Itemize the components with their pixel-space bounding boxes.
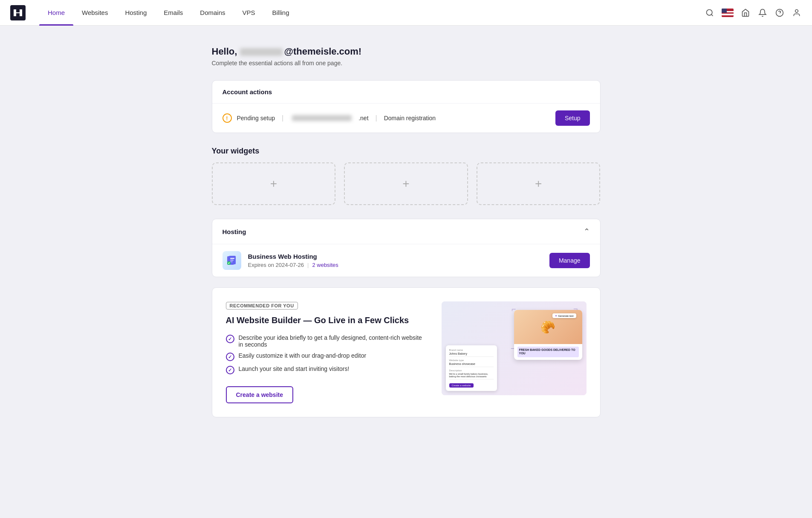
greeting-email-blurred bbox=[240, 48, 283, 56]
navbar: Home Websites Hosting Emails Domains VPS… bbox=[0, 0, 812, 26]
store-icon[interactable] bbox=[740, 8, 751, 18]
pending-type: Domain registration bbox=[384, 115, 436, 122]
widget-placeholder-2[interactable]: + bbox=[344, 162, 468, 205]
preview-website-card: ✦ Generate text 🥐 FRESH BAKED GOODS DELI… bbox=[514, 310, 582, 360]
nav-item-domains[interactable]: Domains bbox=[191, 0, 234, 26]
widget-placeholder-1[interactable]: + bbox=[212, 162, 336, 205]
hosting-info: Business Web Hosting Expires on 2024-07-… bbox=[248, 253, 543, 268]
create-website-button[interactable]: Create a website bbox=[226, 386, 294, 403]
svg-point-1 bbox=[707, 9, 712, 15]
hosting-header[interactable]: Hosting ⌃ bbox=[212, 219, 600, 244]
form-type-label: Website type bbox=[449, 359, 494, 362]
form-brand-value: Johns Bakery bbox=[449, 352, 494, 357]
hosting-meta: Expires on 2024-07-26 | 2 websites bbox=[248, 262, 543, 268]
check-icon-2 bbox=[226, 353, 234, 361]
preview-generate-btn: ✦ Generate text bbox=[552, 313, 576, 318]
user-icon[interactable] bbox=[792, 8, 802, 18]
pending-row-right: Setup bbox=[555, 110, 590, 126]
hosting-service-name: Business Web Hosting bbox=[248, 253, 543, 260]
nav-items: Home Websites Hosting Emails Domains VPS… bbox=[39, 0, 705, 26]
feature-item-2: Easily customize it with our drag-and-dr… bbox=[226, 352, 428, 361]
hosting-service-icon bbox=[223, 251, 241, 270]
pending-label: Pending setup bbox=[237, 115, 275, 122]
hosting-section-title: Hosting bbox=[223, 228, 246, 235]
setup-button[interactable]: Setup bbox=[555, 110, 590, 126]
feature-item-3: Launch your site and start inviting visi… bbox=[226, 365, 428, 374]
manage-button[interactable]: Manage bbox=[549, 253, 590, 268]
form-desc-label: Description bbox=[449, 369, 494, 372]
logo[interactable] bbox=[10, 5, 26, 20]
hosting-expires: Expires on 2024-07-26 bbox=[248, 262, 304, 268]
search-icon[interactable] bbox=[705, 8, 715, 18]
nav-item-hosting[interactable]: Hosting bbox=[116, 0, 155, 26]
account-actions-card: Account actions ! Pending setup | .net |… bbox=[212, 80, 601, 133]
recommended-preview: ⌐ ¬ → Brand name Johns Bakery Website ty… bbox=[442, 301, 587, 395]
greeting-title: Hello, @themeisle.com! bbox=[212, 46, 601, 57]
check-icon-1 bbox=[226, 335, 234, 343]
pending-separator-2: | bbox=[376, 114, 377, 122]
svg-rect-8 bbox=[230, 258, 234, 259]
widget-placeholder-3[interactable]: + bbox=[477, 162, 601, 205]
food-emoji: 🥐 bbox=[540, 320, 555, 334]
recommended-content: RECOMMENDED FOR YOU AI Website Builder —… bbox=[226, 301, 428, 403]
feature-text-3: Launch your site and start inviting visi… bbox=[239, 365, 350, 372]
hosting-item: Business Web Hosting Expires on 2024-07-… bbox=[212, 244, 600, 277]
nav-item-websites[interactable]: Websites bbox=[73, 0, 116, 26]
recommended-badge: RECOMMENDED FOR YOU bbox=[226, 302, 298, 310]
check-icon-3 bbox=[226, 366, 234, 374]
pending-icon: ! bbox=[223, 113, 232, 123]
form-brand-label: Brand name bbox=[449, 349, 494, 351]
svg-point-5 bbox=[795, 9, 798, 12]
hosting-websites-link[interactable]: 2 websites bbox=[312, 262, 338, 268]
pending-domain-suffix: .net bbox=[358, 115, 368, 122]
hosting-meta-separator: | bbox=[307, 262, 309, 268]
nav-item-vps[interactable]: VPS bbox=[234, 0, 264, 26]
greeting-subtitle: Complete the essential actions all from … bbox=[212, 60, 601, 67]
help-icon[interactable] bbox=[774, 8, 785, 18]
main-content: Hello, @themeisle.com! Complete the esse… bbox=[202, 26, 611, 438]
pending-separator-1: | bbox=[282, 114, 283, 122]
feature-text-2: Easily customize it with our drag-and-dr… bbox=[239, 352, 367, 359]
hosting-card: Hosting ⌃ Business Web Hosting Expires o… bbox=[212, 219, 601, 277]
feature-item-1: Describe your idea briefly to get a full… bbox=[226, 334, 428, 348]
widget-plus-icon-3: + bbox=[535, 178, 542, 190]
language-flag-icon[interactable] bbox=[722, 9, 734, 17]
svg-rect-9 bbox=[230, 260, 234, 260]
recommended-inner: RECOMMENDED FOR YOU AI Website Builder —… bbox=[212, 288, 600, 417]
pending-row: ! Pending setup | .net | Domain registra… bbox=[212, 104, 600, 133]
nav-item-emails[interactable]: Emails bbox=[155, 0, 191, 26]
nav-item-home[interactable]: Home bbox=[39, 0, 73, 26]
svg-rect-10 bbox=[230, 261, 233, 262]
greeting-email-suffix: @themeisle.com! bbox=[284, 46, 362, 57]
widgets-section-title: Your widgets bbox=[212, 147, 601, 156]
svg-line-2 bbox=[711, 14, 713, 16]
recommended-card: RECOMMENDED FOR YOU AI Website Builder —… bbox=[212, 287, 601, 417]
recommended-title: AI Website Builder — Go Live in a Few Cl… bbox=[226, 315, 428, 326]
greeting-hello: Hello, bbox=[212, 46, 237, 57]
account-actions-header: Account actions bbox=[212, 81, 600, 104]
widgets-grid: + + + bbox=[212, 162, 601, 205]
pending-domain-blurred bbox=[292, 115, 352, 121]
nav-right bbox=[705, 8, 802, 18]
feature-text-1: Describe your idea briefly to get a full… bbox=[239, 334, 428, 348]
form-desc-value: We're a small family bakery business, ba… bbox=[449, 373, 494, 379]
form-type-value: Business showcase bbox=[449, 362, 494, 367]
notifications-icon[interactable] bbox=[757, 8, 768, 18]
generate-text: Generate text bbox=[558, 315, 573, 317]
form-create-btn: Create a website bbox=[449, 383, 474, 388]
preview-headline: FRESH BAKED GOODS DELIVERED TO YOU bbox=[517, 347, 579, 357]
widget-plus-icon-2: + bbox=[402, 178, 409, 190]
chevron-up-icon: ⌃ bbox=[584, 227, 590, 236]
preview-form-mockup: Brand name Johns Bakery Website type Bus… bbox=[446, 345, 497, 391]
widget-plus-icon-1: + bbox=[270, 178, 277, 190]
greeting-section: Hello, @themeisle.com! Complete the esse… bbox=[212, 46, 601, 67]
nav-item-billing[interactable]: Billing bbox=[264, 0, 298, 26]
feature-list: Describe your idea briefly to get a full… bbox=[226, 334, 428, 374]
preview-website-text: FRESH BAKED GOODS DELIVERED TO YOU bbox=[514, 344, 582, 360]
